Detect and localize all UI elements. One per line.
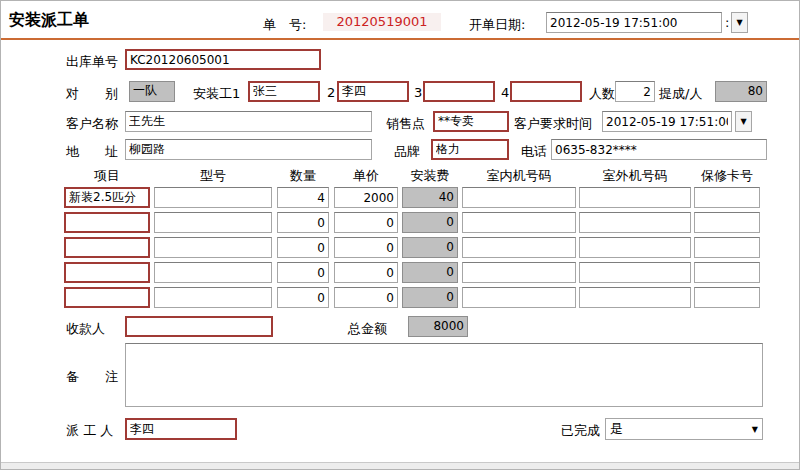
outbound-no-label: 出库单号	[66, 53, 118, 71]
outdoor-no-input[interactable]	[579, 237, 691, 258]
order-no-value: 20120519001	[323, 13, 441, 31]
customer-name-input[interactable]	[125, 111, 372, 132]
phone-input[interactable]	[551, 139, 767, 160]
phone-label: 电话	[521, 143, 547, 161]
customer-name-label: 客户名称	[66, 115, 118, 133]
indoor-no-input[interactable]	[462, 262, 576, 283]
remark-textarea[interactable]	[125, 343, 763, 407]
request-time-label: 客户要求时间	[514, 115, 592, 133]
fee-field: 0	[402, 287, 458, 308]
price-input[interactable]	[334, 237, 398, 258]
col-header-price: 单价	[334, 167, 398, 185]
sales-point-label: 销售点	[386, 115, 425, 133]
warranty-no-input[interactable]	[694, 262, 760, 283]
request-time-input[interactable]	[602, 111, 732, 132]
commission-field: 80	[715, 81, 767, 102]
brand-label: 品牌	[394, 143, 420, 161]
installer4-label: 4	[501, 85, 509, 100]
fee-field: 0	[402, 262, 458, 283]
price-input[interactable]	[334, 212, 398, 233]
item-input[interactable]	[64, 212, 150, 233]
model-input[interactable]	[154, 212, 272, 233]
request-time-dropdown-button[interactable]: ▼	[735, 111, 752, 132]
completed-select[interactable]: 是 ▼	[605, 418, 763, 440]
dispatcher-input[interactable]	[125, 418, 237, 440]
remark-label: 备 注	[66, 368, 118, 386]
payee-input[interactable]	[125, 316, 273, 337]
col-header-fee: 安装费	[402, 167, 458, 185]
team-label: 对 别	[66, 85, 118, 103]
qty-input[interactable]	[277, 187, 329, 208]
installer3-label: 3	[414, 85, 422, 100]
outdoor-no-input[interactable]	[579, 262, 691, 283]
create-date-input[interactable]	[546, 12, 722, 33]
chevron-down-icon: ▼	[736, 18, 742, 27]
installer1-input[interactable]	[248, 81, 320, 102]
create-date-dropdown-button[interactable]: ▼	[731, 12, 748, 33]
installer4-input[interactable]	[510, 81, 582, 102]
outdoor-no-input[interactable]	[579, 187, 691, 208]
payee-label: 收款人	[66, 320, 105, 338]
completed-value: 是	[610, 420, 623, 438]
fee-field: 0	[402, 212, 458, 233]
table-row: 0	[64, 287, 760, 308]
work-order-form: 安装派工单 单 号: 20120519001 开单日期: : ▼ 出库单号 对 …	[0, 0, 800, 470]
col-header-model: 型号	[154, 167, 272, 185]
installer1-label: 安装工1	[193, 85, 240, 103]
installer2-label: 2	[327, 85, 335, 100]
price-input[interactable]	[334, 262, 398, 283]
people-count-label: 人数	[589, 85, 615, 103]
total-amount-field: 8000	[408, 316, 468, 337]
price-input[interactable]	[334, 287, 398, 308]
table-row: 0	[64, 237, 760, 258]
installer3-input[interactable]	[423, 81, 495, 102]
outdoor-no-input[interactable]	[579, 212, 691, 233]
qty-input[interactable]	[277, 212, 329, 233]
item-input[interactable]	[64, 237, 150, 258]
item-input[interactable]	[64, 187, 150, 208]
chevron-down-icon: ▼	[752, 425, 758, 434]
table-row: 40	[64, 187, 760, 208]
warranty-no-input[interactable]	[694, 237, 760, 258]
chevron-down-icon: ▼	[740, 117, 746, 126]
col-header-indoor-no: 室内机号码	[462, 167, 576, 185]
warranty-no-input[interactable]	[694, 287, 760, 308]
model-input[interactable]	[154, 262, 272, 283]
total-amount-label: 总金额	[348, 320, 387, 338]
completed-label: 已完成	[561, 422, 600, 440]
outdoor-no-input[interactable]	[579, 287, 691, 308]
people-count-input[interactable]	[615, 81, 655, 102]
commission-label: 提成/人	[659, 85, 702, 103]
dispatcher-label: 派 工 人	[66, 422, 113, 440]
indoor-no-input[interactable]	[462, 287, 576, 308]
col-header-item: 项目	[64, 167, 150, 185]
outbound-no-input[interactable]	[125, 49, 321, 70]
indoor-no-input[interactable]	[462, 212, 576, 233]
brand-input[interactable]	[431, 139, 509, 160]
fee-field: 40	[402, 187, 458, 208]
qty-input[interactable]	[277, 262, 329, 283]
price-input[interactable]	[334, 187, 398, 208]
warranty-no-input[interactable]	[694, 187, 760, 208]
bottom-scrollbar[interactable]	[1, 462, 800, 469]
installer2-input[interactable]	[337, 81, 409, 102]
model-input[interactable]	[154, 187, 272, 208]
indoor-no-input[interactable]	[462, 237, 576, 258]
table-row: 0	[64, 212, 760, 233]
team-field: 一队	[129, 81, 175, 102]
col-header-warranty-no: 保修卡号	[694, 167, 760, 185]
model-input[interactable]	[154, 287, 272, 308]
item-input[interactable]	[64, 262, 150, 283]
indoor-no-input[interactable]	[462, 187, 576, 208]
sales-point-input[interactable]	[433, 111, 509, 132]
create-date-label: 开单日期:	[469, 16, 525, 34]
address-input[interactable]	[125, 139, 372, 160]
date-colon: :	[725, 15, 729, 30]
header-divider	[1, 38, 800, 40]
warranty-no-input[interactable]	[694, 212, 760, 233]
item-input[interactable]	[64, 287, 150, 308]
items-table-header: 项目 型号 数量 单价 安装费 室内机号码 室外机号码 保修卡号	[64, 167, 760, 185]
qty-input[interactable]	[277, 237, 329, 258]
model-input[interactable]	[154, 237, 272, 258]
qty-input[interactable]	[277, 287, 329, 308]
